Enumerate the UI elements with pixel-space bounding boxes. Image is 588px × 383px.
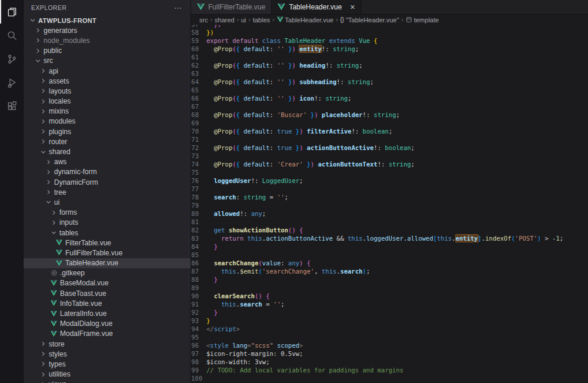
tree-item-node-modules[interactable]: node_modules — [24, 35, 191, 45]
tree-item-src[interactable]: src — [24, 56, 191, 66]
vue-file-icon — [197, 4, 205, 11]
line-content: @Prop({ default: '' }) entity!: string; — [206, 45, 359, 53]
source-control-icon[interactable] — [0, 47, 23, 71]
line-number: 91 — [191, 300, 206, 308]
breadcrumb-label: tables — [253, 16, 270, 24]
line-number: 76 — [191, 176, 206, 185]
tree-item-aws[interactable]: aws — [24, 157, 191, 167]
line-content: }) — [206, 28, 214, 36]
chevron-down-icon — [34, 57, 42, 65]
tree-item-modules[interactable]: modules — [24, 116, 191, 126]
close-icon[interactable]: × — [350, 3, 355, 11]
breadcrumb-label: ui — [241, 16, 246, 24]
tree-item-utilities[interactable]: utilities — [24, 369, 191, 379]
tree-item-mixins[interactable]: mixins — [24, 106, 191, 116]
tree-item-modaldialog-vue[interactable]: ModalDialog.vue — [24, 319, 191, 329]
tree-item-generators[interactable]: generators — [24, 25, 191, 35]
breadcrumb-separator: › — [272, 16, 275, 23]
code-line-78: 78 search: string = ''; — [191, 193, 588, 201]
tree-item-inputs[interactable]: inputs — [24, 218, 191, 228]
more-actions-icon[interactable]: ⋯ — [174, 4, 182, 12]
tree-item-public[interactable]: public — [24, 46, 191, 56]
tree-item-modalframe-vue[interactable]: ModalFrame.vue — [24, 329, 191, 339]
tree-item-label: ModalFrame.vue — [60, 329, 113, 338]
tree-item-dynamic-form[interactable]: dynamic-form — [24, 167, 191, 177]
tree-item-router[interactable]: router — [24, 136, 191, 146]
code-line-93: 93} — [191, 317, 588, 325]
line-content: this.$emit('searchChange', this.search); — [206, 267, 370, 275]
tree-item-label: DynamicForm — [54, 178, 98, 186]
line-number: 65 — [191, 86, 206, 94]
code-line-100: 100 — [191, 374, 588, 382]
tree-item-label: generators — [44, 26, 77, 35]
tree-item-label: plugins — [49, 128, 71, 136]
line-number: 68 — [191, 111, 206, 119]
tree-item-layouts[interactable]: layouts — [24, 86, 191, 96]
tab-bar: FullFilterTable.vueTableHeader.vue× — [191, 0, 588, 15]
breadcrumb-item-ui[interactable]: ui — [241, 16, 246, 24]
symbol-template-icon — [406, 16, 412, 23]
tree-item-lateralinfo-vue[interactable]: LateralInfo.vue — [24, 308, 191, 318]
tree-item-views[interactable]: views — [24, 379, 191, 383]
line-number: 64 — [191, 78, 206, 86]
chevron-down-icon — [39, 148, 47, 156]
tree-item-filtertable-vue[interactable]: FilterTable.vue — [24, 238, 191, 248]
extensions-icon[interactable] — [0, 94, 23, 118]
code-editor[interactable]: 57 },58})59export default class TableHea… — [191, 25, 588, 383]
tree-item-locales[interactable]: locales — [24, 96, 191, 106]
code-line-91: 91 this.search = ''; — [191, 300, 588, 308]
code-line-77: 77 — [191, 185, 588, 193]
code-line-61: 61 — [191, 53, 588, 61]
tree-item-basemodal-vue[interactable]: BaseModal.vue — [24, 278, 191, 288]
tree-item-fullfiltertable-vue[interactable]: FullFilterTable.vue — [24, 248, 191, 258]
tree-item-infotable-vue[interactable]: InfoTable.vue — [24, 298, 191, 308]
code-line-79: 79 — [191, 201, 588, 209]
line-number: 92 — [191, 308, 206, 317]
tree-item-forms[interactable]: forms — [24, 208, 191, 218]
breadcrumb-item-tableheader-vue[interactable]: TableHeader.vue — [277, 16, 334, 24]
tree-item-tables[interactable]: tables — [24, 228, 191, 238]
line-content: search: string = ''; — [206, 193, 288, 201]
run-debug-icon[interactable] — [0, 71, 23, 94]
line-content: </script> — [206, 325, 240, 333]
tree-item-basetoast-vue[interactable]: BaseToast.vue — [24, 288, 191, 298]
line-content: $icon-right-margin: 0.5vw; — [206, 349, 303, 358]
tree-item-styles[interactable]: styles — [24, 349, 191, 359]
tree-item--gitkeep[interactable]: .gitkeep — [24, 268, 191, 278]
explorer-icon[interactable] — [0, 0, 23, 24]
code-line-90: 90 clearSearch() { — [191, 292, 588, 300]
breadcrumb-item-tables[interactable]: tables — [253, 16, 270, 24]
tree-item-store[interactable]: store — [24, 339, 191, 349]
line-content: allowed!: any; — [206, 209, 266, 218]
line-number: 66 — [191, 94, 206, 102]
breadcrumb-item--tableheader-vue-[interactable]: {}"TableHeader.vue" — [340, 16, 399, 24]
tree-item-tree[interactable]: tree — [24, 187, 191, 197]
chevron-right-icon — [44, 158, 52, 166]
tree-item-dynamicform[interactable]: DynamicForm — [24, 177, 191, 187]
tree-item-plugins[interactable]: plugins — [24, 126, 191, 136]
tree-item-api[interactable]: api — [24, 66, 191, 76]
tab-tableheader-vue[interactable]: TableHeader.vue× — [272, 0, 361, 14]
tab-fullfiltertable-vue[interactable]: FullFilterTable.vue — [191, 0, 272, 14]
vue-file-icon — [55, 260, 64, 267]
breadcrumb-item-template[interactable]: template — [406, 16, 439, 24]
search-icon[interactable] — [0, 24, 23, 47]
breadcrumb-label: src — [199, 16, 208, 24]
tree-item-ui[interactable]: ui — [24, 197, 191, 207]
breadcrumb-item-src[interactable]: src — [199, 16, 208, 24]
tree-item-label: layouts — [49, 87, 71, 95]
tree-item-assets[interactable]: assets — [24, 76, 191, 86]
code-line-81: 81 — [191, 218, 588, 226]
line-content: @Prop({ default: '' }) icon!: string; — [206, 94, 352, 102]
tree-item-atwplus-front[interactable]: ATWPLUS-FRONT — [24, 15, 191, 25]
line-number: 74 — [191, 160, 206, 168]
tree-item-label: mixins — [49, 107, 69, 115]
tree-item-shared[interactable]: shared — [24, 146, 191, 156]
tree-item-label: node_modules — [44, 36, 90, 45]
tree-item-types[interactable]: types — [24, 359, 191, 369]
chevron-right-icon — [34, 36, 42, 44]
breadcrumb-item-shared[interactable]: shared — [215, 16, 235, 24]
line-content: } — [206, 308, 218, 317]
line-number: 85 — [191, 251, 206, 259]
tree-item-tableheader-vue[interactable]: TableHeader.vue — [24, 258, 191, 268]
